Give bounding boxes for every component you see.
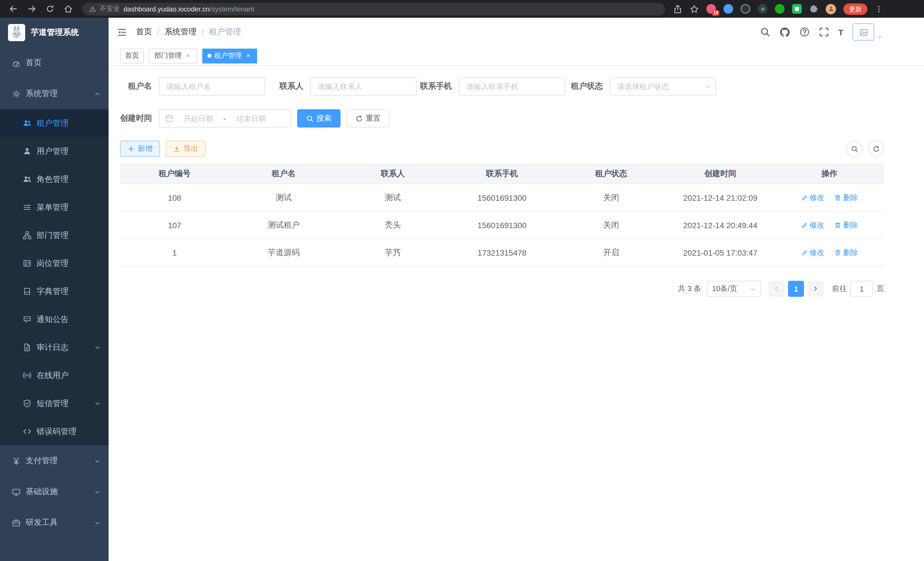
start-date-input[interactable] — [174, 114, 222, 123]
breadcrumb-system[interactable]: 系统管理 — [165, 27, 196, 37]
create-time-label: 创建时间 — [120, 113, 152, 123]
chrome-update-button[interactable]: 更新 — [843, 3, 867, 15]
chevron-down-icon — [750, 286, 757, 293]
toggle-search-button[interactable] — [846, 141, 862, 157]
share-icon[interactable] — [673, 4, 682, 14]
browser-extensions-area: 10 更新 — [673, 3, 883, 15]
fullscreen-icon[interactable] — [819, 27, 829, 37]
status-select-input[interactable] — [610, 77, 716, 96]
delete-link[interactable]: 删除 — [835, 220, 858, 230]
extension-icon-green[interactable] — [775, 4, 784, 14]
sidebar-item-label: 错误码管理 — [37, 426, 76, 437]
status-select[interactable] — [610, 77, 716, 96]
next-page-button[interactable] — [807, 281, 824, 297]
extension-icon-green-square[interactable] — [792, 4, 802, 14]
cell-created: 2021-01-05 17:03:47 — [666, 239, 775, 266]
filter-row-2: 创建时间 - 搜索 重置 — [120, 109, 884, 128]
export-button[interactable]: 导出 — [166, 141, 206, 157]
extension-icon-blue[interactable] — [723, 4, 733, 14]
cell-contact: 测试 — [338, 184, 447, 211]
prev-page-button[interactable] — [769, 281, 784, 297]
search-icon[interactable] — [760, 27, 770, 37]
tab-tenant[interactable]: 租户管理× — [202, 48, 257, 63]
browser-back-button[interactable] — [6, 2, 21, 16]
edit-link[interactable]: 修改 — [801, 193, 824, 203]
sidebar-item-dept[interactable]: 部门管理 — [0, 221, 109, 249]
sidebar-item-post[interactable]: 岗位管理 — [0, 249, 109, 277]
browser-home-button[interactable] — [61, 2, 75, 16]
extension-icon-pink[interactable]: 10 — [706, 4, 716, 14]
sidebar-item-label: 首页 — [26, 58, 42, 68]
sidebar-item-sms[interactable]: 短信管理 — [0, 390, 109, 417]
extension-icon-dark-ring[interactable] — [741, 4, 750, 14]
tab-dept[interactable]: 部门管理× — [149, 48, 197, 63]
date-range-picker[interactable]: - — [159, 109, 291, 128]
address-bar[interactable]: 不安全 dashboard.yudao.iocoder.cn/system/te… — [82, 3, 665, 15]
sidebar-item-home[interactable]: 首页 — [0, 47, 109, 78]
browser-profile-avatar[interactable] — [826, 4, 836, 14]
mobile-input[interactable] — [459, 77, 565, 96]
bookmark-star-icon[interactable] — [690, 4, 699, 14]
sidebar-item-label: 系统管理 — [26, 89, 58, 99]
sidebar-item-role[interactable]: 角色管理 — [0, 165, 109, 193]
sidebar-item-payment[interactable]: 支付管理 — [0, 445, 109, 476]
browser-menu-kebab-icon[interactable] — [875, 5, 883, 13]
breadcrumb-home[interactable]: 首页 — [136, 27, 152, 37]
tab-label: 租户管理 — [214, 51, 242, 61]
trash-icon — [835, 194, 842, 201]
help-question-icon[interactable] — [800, 27, 810, 37]
add-button[interactable]: 新增 — [120, 141, 160, 157]
sidebar-item-label: 短信管理 — [37, 398, 69, 409]
cell-contact: 芋艿 — [338, 239, 447, 266]
tenant-name-input[interactable] — [159, 77, 265, 96]
search-icon — [306, 115, 314, 122]
sidebar-item-menu[interactable]: 菜单管理 — [0, 193, 109, 221]
cell-actions: 修改 删除 — [775, 239, 884, 266]
sidebar-item-dict[interactable]: 字典管理 — [0, 277, 109, 305]
user-avatar-dropdown[interactable] — [853, 23, 883, 41]
close-icon[interactable]: × — [184, 52, 192, 59]
tab-label: 首页 — [125, 51, 139, 61]
edit-link[interactable]: 修改 — [801, 220, 824, 230]
sidebar-collapse-button[interactable] — [109, 18, 134, 46]
font-size-icon[interactable]: T — [838, 27, 843, 37]
sidebar-item-system[interactable]: 系统管理 — [0, 78, 109, 109]
end-date-input[interactable] — [227, 114, 275, 123]
gear-icon — [12, 89, 21, 98]
page-number-button[interactable]: 1 — [788, 281, 804, 297]
sidebar-item-error-code[interactable]: 错误码管理 — [0, 417, 109, 445]
sidebar-item-notice[interactable]: 通知公告 — [0, 305, 109, 333]
sidebar-item-label: 菜单管理 — [37, 202, 69, 212]
edit-link-label: 修改 — [809, 193, 824, 203]
app-logo[interactable]: 芋道管理系统 — [0, 18, 109, 47]
sidebar-item-user[interactable]: 用户管理 — [0, 137, 109, 165]
sidebar-item-dev-tools[interactable]: 研发工具 — [0, 507, 109, 538]
contact-input[interactable] — [310, 77, 417, 96]
page-size-select[interactable]: 10条/页 — [707, 281, 761, 297]
sidebar-item-online-users[interactable]: 在线用户 — [0, 361, 109, 390]
calendar-icon — [165, 114, 173, 122]
browser-forward-button[interactable] — [24, 2, 39, 16]
browser-reload-button[interactable] — [42, 2, 57, 16]
extension-icon-dark-green-dot[interactable] — [758, 4, 767, 14]
refresh-table-button[interactable] — [868, 141, 884, 157]
reset-button[interactable]: 重置 — [346, 109, 390, 128]
extensions-puzzle-icon[interactable] — [809, 4, 818, 14]
cell-tenant-name: 测试租户 — [229, 211, 338, 239]
goto-page-input[interactable] — [850, 281, 873, 297]
sidebar-item-audit-log[interactable]: 审计日志 — [0, 333, 109, 361]
fold-menu-icon — [117, 27, 127, 37]
breadcrumb-separator: / — [157, 27, 159, 37]
sidebar-item-infra[interactable]: 基础设施 — [0, 476, 109, 507]
edit-link[interactable]: 修改 — [801, 247, 824, 258]
search-button[interactable]: 搜索 — [297, 109, 340, 128]
delete-link[interactable]: 删除 — [835, 247, 858, 258]
url-path: /system/tenant — [210, 5, 254, 13]
tab-home[interactable]: 首页 — [120, 48, 144, 63]
github-icon[interactable] — [779, 27, 790, 38]
delete-link[interactable]: 删除 — [835, 193, 858, 203]
sidebar-item-tenant[interactable]: 租户管理 — [0, 109, 109, 137]
yen-icon — [12, 457, 21, 465]
close-icon[interactable]: × — [244, 52, 252, 59]
id-badge-icon — [23, 259, 32, 268]
